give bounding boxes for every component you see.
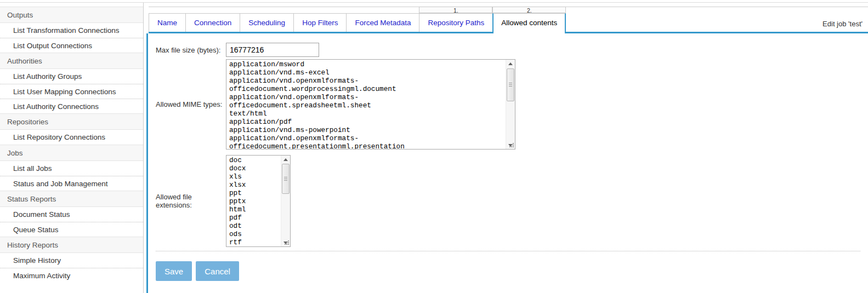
tab-group-hop-filters: Hop Filters xyxy=(293,7,346,32)
scroll-up-icon[interactable] xyxy=(281,156,290,163)
file-extensions-text: doc docx xls xlsx ppt pptx html pdf odt … xyxy=(229,156,278,246)
scrollbar-thumb[interactable] xyxy=(507,68,514,101)
sidebar-item-list-output-connections[interactable]: List Output Connections xyxy=(0,38,143,53)
tab-spacer xyxy=(185,7,240,13)
file-extensions-textarea[interactable]: doc docx xls xlsx ppt pptx html pdf odt … xyxy=(226,155,291,247)
tab-spacer xyxy=(240,7,293,13)
tab-group-connection: Connection xyxy=(185,7,240,32)
tab-connection[interactable]: Connection xyxy=(185,13,240,32)
sidebar-section-repositories: Repositories xyxy=(0,113,143,130)
tab-name[interactable]: Name xyxy=(149,13,185,32)
sidebar-item-list-all-jobs[interactable]: List all Jobs xyxy=(0,161,143,176)
tab-spacer xyxy=(149,7,185,13)
page-title: Edit job 'test' xyxy=(822,20,863,28)
sidebar-item-queue-status[interactable]: Queue Status xyxy=(0,222,143,237)
file-extensions-row: Allowed file extensions: doc docx xls xl… xyxy=(156,155,868,247)
action-buttons: Save Cancel xyxy=(156,261,868,281)
mime-types-row: Allowed MIME types: application/msword a… xyxy=(156,59,868,150)
tab-order-2-badge: 2. xyxy=(492,7,566,13)
file-extensions-label: Allowed file extensions: xyxy=(156,193,226,209)
main-area: Name Connection Scheduling Hop Filters F… xyxy=(146,3,868,293)
sidebar-item-list-repository-connections[interactable]: List Repository Connections xyxy=(0,130,143,145)
tab-strip: Name Connection Scheduling Hop Filters F… xyxy=(149,7,868,33)
scroll-up-icon[interactable] xyxy=(506,60,515,67)
extensions-scrollbar[interactable] xyxy=(281,156,290,246)
tab-hop-filters[interactable]: Hop Filters xyxy=(293,13,346,32)
allowed-contents-panel: Max file size (bytes): Allowed MIME type… xyxy=(146,33,868,293)
tab-scheduling[interactable]: Scheduling xyxy=(240,13,293,32)
sidebar-item-list-user-mapping-connections[interactable]: List User Mapping Connections xyxy=(0,84,143,99)
scrollbar-thumb[interactable] xyxy=(282,164,290,194)
resize-grip-icon[interactable] xyxy=(508,142,514,148)
tab-forced-metadata[interactable]: Forced Metadata xyxy=(346,13,419,32)
sidebar-item-list-authority-groups[interactable]: List Authority Groups xyxy=(0,69,143,84)
save-button[interactable]: Save xyxy=(156,261,192,281)
form-divider xyxy=(156,251,860,251)
mime-types-label: Allowed MIME types: xyxy=(156,100,226,108)
tab-repository-paths[interactable]: Repository Paths xyxy=(419,13,492,32)
tab-group-repository-paths: 1. Repository Paths xyxy=(419,7,492,32)
tab-order-1-badge: 1. xyxy=(419,7,492,13)
mime-types-textarea[interactable]: application/msword application/vnd.ms-ex… xyxy=(226,59,515,150)
tab-group-scheduling: Scheduling xyxy=(240,7,293,32)
tab-group-forced-metadata: Forced Metadata xyxy=(346,7,419,32)
sidebar-section-history-reports: History Reports xyxy=(0,237,143,253)
cancel-button[interactable]: Cancel xyxy=(196,261,239,281)
sidebar-section-status-reports: Status Reports xyxy=(0,191,143,207)
max-file-size-row: Max file size (bytes): xyxy=(156,43,868,57)
tab-group-allowed-contents: 2. Allowed contents xyxy=(492,7,566,33)
sidebar-section-authorities: Authorities xyxy=(0,53,143,69)
max-file-size-label: Max file size (bytes): xyxy=(156,46,226,54)
sidebar-nav: Outputs List Transformation Connections … xyxy=(0,3,144,293)
sidebar-section-jobs: Jobs xyxy=(0,145,143,161)
sidebar-item-list-authority-connections[interactable]: List Authority Connections xyxy=(0,99,143,113)
sidebar-item-simple-history[interactable]: Simple History xyxy=(0,253,143,268)
tab-spacer xyxy=(293,7,346,13)
sidebar-item-document-status[interactable]: Document Status xyxy=(0,207,143,222)
resize-grip-icon[interactable] xyxy=(283,240,290,246)
tab-allowed-contents[interactable]: Allowed contents xyxy=(492,13,566,33)
tab-group-name: Name xyxy=(149,7,185,32)
page-columns: Outputs List Transformation Connections … xyxy=(0,3,868,293)
sidebar-section-outputs: Outputs xyxy=(0,7,143,23)
sidebar-item-status-and-job-management[interactable]: Status and Job Management xyxy=(0,176,143,191)
tab-spacer xyxy=(346,7,419,13)
mime-types-text: application/msword application/vnd.ms-ex… xyxy=(229,60,503,150)
sidebar-item-list-transformation-connections[interactable]: List Transformation Connections xyxy=(0,23,143,38)
sidebar-item-maximum-activity[interactable]: Maximum Activity xyxy=(0,268,143,283)
mime-scrollbar[interactable] xyxy=(506,60,515,149)
max-file-size-input[interactable] xyxy=(226,43,319,57)
